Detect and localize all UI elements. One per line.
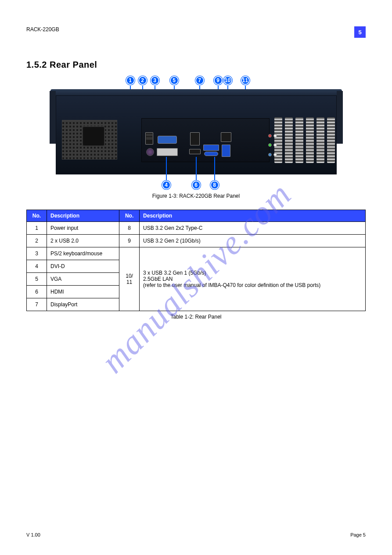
page-footer: V 1.00 Page 5 [26, 532, 366, 537]
section-title: 1.5.2 Rear Panel [26, 60, 366, 70]
cell-desc: DVI-D [47, 260, 119, 273]
cell-desc: PS/2 keyboard/mouse [47, 247, 119, 260]
callout-9: 9 [214, 76, 223, 85]
cell-num: 6 [27, 286, 47, 298]
table-header: No. [27, 210, 47, 222]
cell-num: 5 [27, 273, 47, 286]
callout-5: 5 [170, 76, 179, 85]
footer-page: Page 5 [350, 532, 366, 537]
cell-num: 4 [27, 260, 47, 273]
cell-num: 2 [27, 235, 47, 247]
cell-desc: USB 3.2 Gen 2x2 Type-C [140, 222, 366, 235]
figure-caption: Figure 1-3: RACK-220GB Rear Panel [26, 193, 366, 199]
cell-num-merged: 10/ 11 [119, 247, 140, 311]
cell-desc: HDMI [47, 286, 119, 298]
callout-2: 2 [138, 76, 147, 85]
table-header: Description [47, 210, 119, 222]
cell-num: 1 [27, 222, 47, 235]
table-row: 22 x USB 2.09USB 3.2 Gen 2 (10Gb/s) [27, 235, 366, 247]
table-row: 1Power input8USB 3.2 Gen 2x2 Type-C [27, 222, 366, 235]
table-header: No. [119, 210, 140, 222]
cell-num: 3 [27, 247, 47, 260]
header-product: RACK-220GB [26, 26, 59, 33]
table-row: 3PS/2 keyboard/mouse10/ 113 x USB 3.2 Ge… [27, 247, 366, 260]
cell-desc: Power input [47, 222, 119, 235]
table-header: Description [140, 210, 366, 222]
cell-num: 7 [27, 298, 47, 311]
io-connector-table: No.DescriptionNo.Description 1Power inpu… [26, 210, 366, 311]
callout-11: 11 [241, 76, 250, 85]
callout-10: 10 [223, 76, 232, 85]
cell-desc: 2 x USB 2.0 [47, 235, 119, 247]
cell-desc: DisplayPort [47, 298, 119, 311]
callout-1: 1 [126, 76, 135, 85]
rear-panel-figure: 1235791011 468 [56, 76, 337, 190]
footer-version: V 1.00 [26, 532, 40, 537]
page-number-box: 5 [354, 26, 366, 38]
callout-7: 7 [195, 76, 204, 85]
callout-8: 8 [210, 181, 219, 189]
page-header: RACK-220GB 5 [26, 26, 366, 38]
cell-desc: VGA [47, 273, 119, 286]
callout-4: 4 [162, 181, 171, 189]
callout-3: 3 [151, 76, 159, 85]
cell-desc: USB 3.2 Gen 2 (10Gb/s) [140, 235, 366, 247]
cell-num: 8 [119, 222, 140, 235]
cell-num: 9 [119, 235, 140, 247]
callout-6: 6 [192, 181, 201, 189]
table-caption: Table 1-2: Rear Panel [26, 314, 366, 320]
cell-desc-merged: 3 x USB 3.2 Gen 1 (5Gb/s) 2.5GbE LAN (re… [140, 247, 366, 311]
